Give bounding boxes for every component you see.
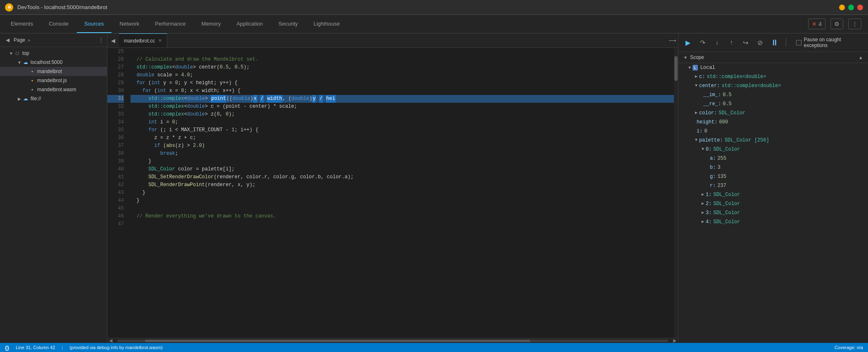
pause-button[interactable]: ⏸ xyxy=(770,38,779,47)
scope-item-r[interactable]: r: 237 xyxy=(678,181,868,190)
tab-security[interactable]: Security xyxy=(271,15,305,33)
tree-item-mandelbrot-js[interactable]: ▪ mandelbrot.js xyxy=(0,76,107,85)
code-line-27: std::complex<double> center(0.5, 0.5); xyxy=(130,64,674,71)
debug-toolbar: ▶ ↷ ↓ ↑ ↪ ⊘ ⏸ Pause on caught exceptions xyxy=(678,33,868,52)
main-area: ◀ Page » ⋮ ▼ □ top ▼ ☁ localhost:5000 ▪ … xyxy=(0,33,868,343)
sidebar: ◀ Page » ⋮ ▼ □ top ▼ ☁ localhost:5000 ▪ … xyxy=(0,33,107,343)
scroll-thumb-vertical[interactable] xyxy=(674,56,678,81)
error-badge[interactable]: ✕ 4 xyxy=(808,19,825,29)
scope-local-label: Local xyxy=(700,65,715,71)
scope-item-palette-2[interactable]: ▶ 2: SDL_Color xyxy=(678,199,868,208)
scope-item-palette[interactable]: ▼ palette: SDL_Color [256] xyxy=(678,136,868,145)
sidebar-back-button[interactable]: ◀ xyxy=(3,36,12,44)
tab-bar: Elements Console Sources Network Perform… xyxy=(0,15,868,33)
sidebar-more-button[interactable]: ⋮ xyxy=(99,37,104,43)
file-cc-icon: ▪ xyxy=(29,68,36,75)
tree-item-file[interactable]: ▶ ☁ file:// xyxy=(0,94,107,103)
sidebar-header: ◀ Page » ⋮ xyxy=(0,33,107,47)
step-into-button[interactable]: ↓ xyxy=(712,38,722,47)
palette-3-val: SDL_Color xyxy=(713,209,740,217)
scope-item-color[interactable]: ▶ color: SDL_Color xyxy=(678,109,868,118)
window-controls[interactable] xyxy=(839,5,863,10)
deactivate-breakpoints-button[interactable]: ⊘ xyxy=(755,38,765,47)
code-line-35: for (; i < MAX_ITER_COUNT - 1; i++) { xyxy=(130,126,674,134)
horizontal-scrollbar[interactable]: ◀ ▶ xyxy=(107,338,678,343)
pause-exceptions-checkbox[interactable] xyxy=(796,40,801,45)
scope-collapse-btn[interactable]: ▲ xyxy=(859,55,863,60)
navigate-back-button[interactable]: ◀ xyxy=(107,33,119,47)
palette-1-key: 1: xyxy=(706,191,711,198)
file-wasm-icon: ▪ xyxy=(29,86,36,93)
tab-network[interactable]: Network xyxy=(112,15,147,33)
code-line-39: } xyxy=(130,158,674,165)
tree-item-localhost[interactable]: ▼ ☁ localhost:5000 xyxy=(0,58,107,67)
color-arrow: ▶ xyxy=(695,109,697,117)
code-tabs: ◀ mandelbrot.cc ✕ ⟶ xyxy=(107,33,678,48)
palette-2-key: 2: xyxy=(706,200,711,208)
tab-sources[interactable]: Sources xyxy=(77,15,111,33)
scope-item-b[interactable]: b: 3 xyxy=(678,163,868,172)
code-line-47 xyxy=(130,220,674,228)
more-button[interactable]: ⋮ xyxy=(848,19,861,29)
code-line-40: SDL_Color color = palette[i]; xyxy=(130,165,674,173)
status-separator: | xyxy=(62,345,63,350)
scroll-left-btn[interactable]: ◀ xyxy=(109,338,117,343)
tab-console[interactable]: Console xyxy=(41,15,76,33)
right-panel: ▶ ↷ ↓ ↑ ↪ ⊘ ⏸ Pause on caught exceptions… xyxy=(678,33,868,343)
code-line-37: if (abs(z) > 2.0) xyxy=(130,142,674,150)
error-count: 4 xyxy=(818,21,822,27)
tab-performance[interactable]: Performance xyxy=(147,15,193,33)
format-button[interactable]: ⟶ xyxy=(666,33,678,47)
scope-item-re[interactable]: __re_: 0.5 xyxy=(678,99,868,109)
settings-button[interactable]: ⚙ xyxy=(830,19,843,29)
code-line-28: double scale = 4.0; xyxy=(130,71,674,79)
code-line-33: std::complex<double> z(0, 0); xyxy=(130,111,674,118)
step-button[interactable]: ↪ xyxy=(741,38,751,47)
maximize-button[interactable] xyxy=(848,5,854,10)
scope-item-i[interactable]: i: 0 xyxy=(678,127,868,136)
tree-item-top[interactable]: ▼ □ top xyxy=(0,49,107,58)
sidebar-page-label: Page xyxy=(14,37,25,43)
scroll-track-horizontal[interactable] xyxy=(117,340,668,342)
scope-item-palette-1[interactable]: ▶ 1: SDL_Color xyxy=(678,190,868,199)
sidebar-expand-icon[interactable]: » xyxy=(28,38,30,43)
code-scrollbar-vertical[interactable] xyxy=(674,48,678,338)
tab-lighthouse[interactable]: Lighthouse xyxy=(306,15,347,33)
tab-application[interactable]: Application xyxy=(229,15,270,33)
code-tab-label: mandelbrot.cc xyxy=(124,38,155,44)
tab-memory[interactable]: Memory xyxy=(194,15,228,33)
code-tab-mandelbrot-cc[interactable]: mandelbrot.cc ✕ xyxy=(119,33,167,47)
scope-item-palette-3[interactable]: ▶ 3: SDL_Color xyxy=(678,208,868,217)
tab-elements[interactable]: Elements xyxy=(3,15,40,33)
palette-4-arrow: ▶ xyxy=(702,218,704,226)
scope-section-header[interactable]: ▼ Scope ▲ xyxy=(678,52,868,63)
code-tab-close-button[interactable]: ✕ xyxy=(158,38,162,43)
scope-item-g[interactable]: g: 135 xyxy=(678,172,868,181)
tree-arrow-none3 xyxy=(23,87,29,92)
palette-0-key: 0: xyxy=(706,146,711,153)
scope-item-palette-4[interactable]: ▶ 4: SDL_Color xyxy=(678,217,868,227)
scroll-thumb-horizontal[interactable] xyxy=(145,340,531,342)
status-coverage: Coverage: n/a xyxy=(835,345,863,350)
tree-item-mandelbrot-wasm[interactable]: ▪ mandelbrot.wasm xyxy=(0,85,107,94)
scope-item-palette-0[interactable]: ▼ 0: SDL_Color xyxy=(678,145,868,154)
code-body[interactable]: // Calculate and draw the Mandelbrot set… xyxy=(127,48,674,338)
resume-button[interactable]: ▶ xyxy=(683,38,693,47)
scope-item-c[interactable]: ▶ c: std::complex<double> xyxy=(678,72,868,81)
scope-item-im[interactable]: __im_: 0.5 xyxy=(678,90,868,99)
tree-item-mandelbrot-cc[interactable]: ▪ mandelbrot xyxy=(0,67,107,76)
close-button[interactable] xyxy=(857,5,863,10)
scope-item-center[interactable]: ▼ center: std::complex<double> xyxy=(678,81,868,90)
minimize-button[interactable] xyxy=(839,5,845,10)
scope-item-height[interactable]: height: 600 xyxy=(678,118,868,127)
re-key: __re_: xyxy=(703,100,721,108)
tree-arrow-top: ▼ xyxy=(8,50,14,56)
format-button-icon[interactable]: {} xyxy=(5,345,9,351)
scope-item-a[interactable]: a: 255 xyxy=(678,154,868,163)
code-line-38: break; xyxy=(130,150,674,158)
step-out-button[interactable]: ↑ xyxy=(727,38,736,47)
scope-local-header[interactable]: ▼ L Local xyxy=(678,63,868,72)
step-over-button[interactable]: ↷ xyxy=(698,38,707,47)
scroll-right-btn[interactable]: ▶ xyxy=(668,338,676,343)
re-val: 0.5 xyxy=(723,100,732,108)
